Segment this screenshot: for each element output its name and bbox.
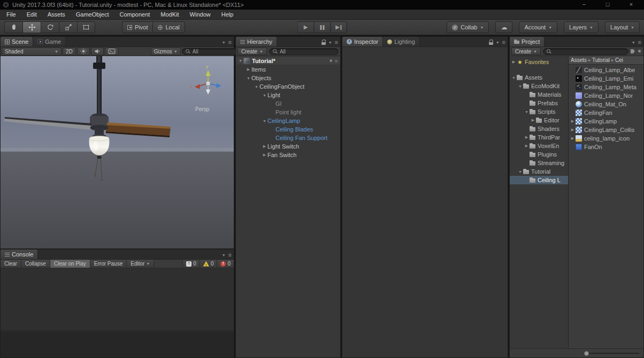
panel-menu-icon[interactable]: ≡ [502, 39, 505, 45]
menu-item-assets[interactable]: Assets [42, 10, 71, 19]
expander-icon[interactable]: ▼ [517, 170, 523, 174]
expander-icon[interactable]: ▼ [254, 85, 259, 89]
breadcrumb-item[interactable]: Assets [571, 57, 587, 63]
expander-icon[interactable]: ▼ [517, 84, 523, 88]
expander-icon[interactable]: ▶ [570, 136, 576, 141]
hierarchy-item[interactable]: ▶Light Switch [236, 142, 340, 151]
menu-item-window[interactable]: Window [185, 10, 216, 19]
pivot-toggle[interactable]: Pivot [122, 21, 152, 33]
panel-menu-icon[interactable]: ≡ [335, 39, 338, 45]
info-count-toggle[interactable]: 0 [182, 260, 200, 268]
local-toggle[interactable]: Local [152, 21, 185, 33]
expander-icon[interactable]: ▼ [262, 119, 267, 123]
scene-viewport[interactable]: x y z Persp [1, 56, 234, 248]
menu-item-component[interactable]: Component [114, 10, 155, 19]
editor-dropdown[interactable]: Editor ▼ [127, 260, 154, 268]
project-tree-item[interactable]: Prefabs [510, 99, 568, 107]
layers-dropdown[interactable]: Layers ▼ [564, 21, 599, 33]
pause-button[interactable] [314, 21, 331, 33]
layout-dropdown[interactable]: Layout ▼ [605, 21, 640, 33]
panel-dropdown-icon[interactable]: ▼ [222, 41, 226, 44]
cloud-services-button[interactable]: ☁ [495, 21, 512, 33]
tab-console[interactable]: Console [1, 250, 38, 259]
hierarchy-item[interactable]: GI [236, 99, 340, 108]
error-pause-button[interactable]: Error Pause [90, 260, 127, 268]
account-dropdown[interactable]: Account ▼ [519, 21, 557, 33]
menu-item-help[interactable]: Help [216, 10, 239, 19]
project-tree-item[interactable]: ▼EcoModKit [510, 82, 568, 90]
collab-dropdown[interactable]: ✓ Collab ▼ [447, 21, 489, 33]
expander-icon[interactable]: ▶ [511, 60, 517, 64]
panel-menu-icon[interactable]: ≡ [638, 39, 641, 45]
project-tree-item[interactable]: ▼Assets [510, 73, 568, 82]
hierarchy-item[interactable]: Ceiling Blades [236, 125, 340, 134]
gizmos-dropdown[interactable]: Gizmos ▼ [151, 48, 181, 56]
effects-dropdown[interactable] [105, 48, 119, 56]
play-button[interactable]: ▶ [297, 21, 314, 33]
panel-dropdown-icon[interactable]: ▼ [222, 253, 226, 257]
rect-tool-button[interactable] [77, 21, 95, 33]
scene-viewport-canvas[interactable]: x y z Persp [1, 56, 234, 248]
project-file[interactable]: ▶CeilingLamp_Collis [569, 126, 643, 134]
search-by-label-icon[interactable] [631, 49, 635, 53]
expander-icon[interactable]: ▼ [511, 76, 517, 80]
clear-button[interactable]: Clear [1, 260, 21, 268]
console-log-list[interactable] [1, 268, 234, 331]
hierarchy-item[interactable]: ▼Objects [236, 74, 340, 82]
slider-track[interactable] [584, 353, 639, 354]
slider-knob[interactable] [584, 351, 589, 356]
project-file[interactable]: Ceiling_Lamp_Albe [569, 66, 643, 74]
project-file[interactable]: Ceiling_Lamp_Nor [569, 91, 643, 100]
hierarchy-item[interactable]: ▼Tutorial*▼ ≡ [236, 57, 340, 65]
menu-item-file[interactable]: File [1, 10, 21, 19]
expander-icon[interactable]: ▶ [530, 118, 536, 122]
close-button[interactable]: × [619, 0, 643, 10]
error-count-toggle[interactable]: 0 [217, 260, 234, 268]
project-tree-item[interactable]: Shaders [510, 124, 568, 133]
lock-icon[interactable] [321, 40, 326, 45]
expander-icon[interactable]: ▼ [262, 94, 267, 97]
hierarchy-item[interactable]: Point light [236, 108, 340, 116]
project-file[interactable]: ▶celing_lamp_icon [569, 134, 643, 143]
draw-mode-dropdown[interactable]: Shaded ▼ [2, 48, 62, 56]
project-tree-item[interactable]: ▶ThirdPar [510, 133, 568, 142]
project-file[interactable]: Ceiling_Lamp_Meta [569, 83, 643, 91]
2d-toggle[interactable]: 2D [63, 48, 76, 56]
hierarchy-search-field[interactable]: All [269, 48, 339, 55]
hierarchy-item[interactable]: ▼CeilingLamp [236, 116, 340, 125]
project-file[interactable]: CeilingFan [569, 108, 643, 117]
panel-dropdown-icon[interactable]: ▼ [632, 41, 635, 44]
icon-size-slider[interactable] [584, 352, 639, 355]
expander-icon[interactable]: ▶ [570, 119, 576, 123]
hand-tool-button[interactable] [4, 21, 22, 33]
expander-icon[interactable]: ▼ [246, 76, 251, 80]
lock-icon[interactable] [489, 40, 493, 45]
expander-icon[interactable]: ▶ [570, 128, 576, 132]
hierarchy-item[interactable]: ▶Fan Switch [236, 151, 340, 159]
create-dropdown[interactable]: Create ▼ [511, 48, 541, 55]
menu-item-modkit[interactable]: ModKit [155, 10, 184, 19]
project-tree-item[interactable]: Streaming [510, 159, 568, 167]
menu-item-gameobject[interactable]: GameObject [71, 10, 114, 19]
project-tree-item[interactable]: ▼Tutorial [510, 167, 568, 176]
expander-icon[interactable]: ▶ [262, 153, 267, 157]
expander-icon[interactable]: ▼ [237, 59, 243, 63]
hierarchy-item[interactable]: ▶Items [236, 65, 340, 74]
project-file[interactable]: Ceiling_Lamp_Emi [569, 74, 643, 83]
tab-game[interactable]: Game [33, 37, 66, 46]
persp-label[interactable]: Persp [195, 106, 210, 112]
audio-toggle[interactable] [91, 48, 104, 56]
step-button[interactable]: ▶ [331, 21, 347, 33]
move-tool-button[interactable] [22, 21, 41, 33]
project-tree-item[interactable]: Ceiling L [510, 176, 568, 184]
menu-item-edit[interactable]: Edit [21, 10, 42, 19]
project-search-field[interactable] [543, 48, 628, 55]
project-tree-item[interactable]: Materials [510, 90, 568, 99]
create-dropdown[interactable]: Create ▼ [237, 48, 267, 55]
tab-inspector[interactable]: Inspector [342, 37, 383, 46]
breadcrumb-item[interactable]: Tutorial [592, 57, 610, 63]
scale-tool-button[interactable] [59, 21, 77, 33]
project-tree-item[interactable]: ▶Editor [510, 116, 568, 124]
rotate-tool-button[interactable] [41, 21, 59, 33]
hierarchy-item[interactable]: ▼Light [236, 91, 340, 99]
